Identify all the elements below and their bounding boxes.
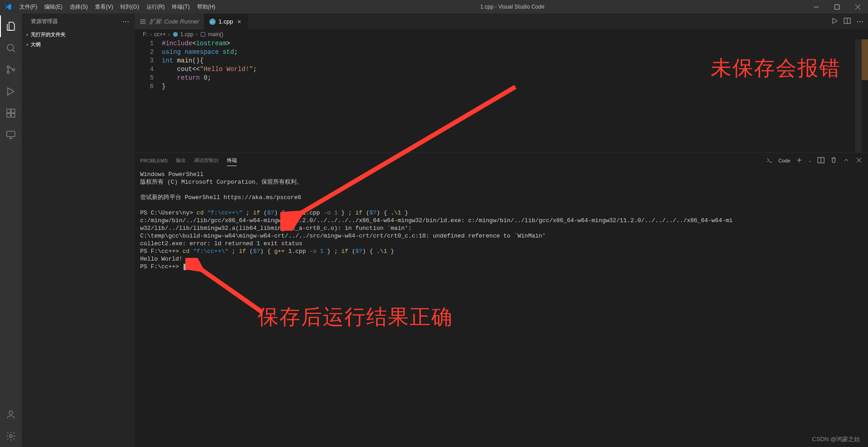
settings-activity-icon[interactable] xyxy=(0,425,22,447)
sidebar-more-icon[interactable]: ⋯ xyxy=(122,17,130,26)
svg-point-2 xyxy=(7,44,14,51)
chevron-right-icon: › xyxy=(24,32,31,37)
list-icon xyxy=(139,18,146,25)
close-button[interactable] xyxy=(847,0,868,14)
svg-rect-8 xyxy=(7,114,10,117)
svg-point-3 xyxy=(7,66,9,68)
menu-item[interactable]: 文件(F) xyxy=(16,0,41,14)
terminal-profile-label: Code xyxy=(778,158,790,163)
editor-group: 扩展: Code Runner C+ 1.cpp × ⋯ F: › cc++ › xyxy=(135,14,868,447)
terminal[interactable]: Windows PowerShell版权所有 (C) Microsoft Cor… xyxy=(135,168,868,447)
vscode-logo-icon xyxy=(0,3,16,10)
svg-rect-11 xyxy=(7,131,15,137)
svg-rect-9 xyxy=(11,114,15,117)
menu-item[interactable]: 帮助(H) xyxy=(193,0,219,14)
close-tab-icon[interactable]: × xyxy=(236,18,243,25)
kill-terminal-icon[interactable] xyxy=(830,157,837,165)
chevron-right-icon: › xyxy=(24,42,31,47)
terminal-profile-icon[interactable] xyxy=(766,157,773,165)
svg-point-4 xyxy=(7,71,9,74)
title-bar: 文件(F)编辑(E)选择(S)查看(V)转到(G)运行(R)终端(T)帮助(H)… xyxy=(0,0,868,14)
maximize-button[interactable] xyxy=(826,0,847,14)
tab-label: 1.cpp xyxy=(219,18,233,25)
overview-ruler xyxy=(862,39,868,152)
line-numbers: 123456 xyxy=(135,39,162,152)
menu-item[interactable]: 查看(V) xyxy=(91,0,117,14)
menu-item[interactable]: 编辑(E) xyxy=(41,0,66,14)
svg-rect-10 xyxy=(11,109,15,113)
panel-tab-output[interactable]: 输出 xyxy=(176,155,186,166)
close-panel-icon[interactable] xyxy=(855,157,863,165)
panel-actions: Code ⌄ xyxy=(766,157,863,165)
crumb-file[interactable]: 1.cpp xyxy=(172,31,193,38)
scm-activity-icon[interactable] xyxy=(0,59,22,81)
svg-rect-18 xyxy=(201,33,205,37)
panel-tabs: PROBLEMS 输出 调试控制台 终端 Code ⌄ xyxy=(135,153,868,168)
crumb-drive[interactable]: F: xyxy=(143,31,148,38)
minimize-button[interactable] xyxy=(806,0,826,14)
sidebar-header: 资源管理器 ⋯ xyxy=(22,14,135,29)
tab-current-file[interactable]: C+ 1.cpp × xyxy=(204,14,248,29)
svg-rect-0 xyxy=(814,7,819,7)
svg-rect-7 xyxy=(7,109,10,113)
explorer-activity-icon[interactable] xyxy=(0,15,22,37)
editor[interactable]: 123456 #include<iostream>using namespace… xyxy=(135,39,868,152)
sidebar-explorer: 资源管理器 ⋯ › 无打开的文件夹 › 大纲 xyxy=(22,14,135,447)
sidebar-title: 资源管理器 xyxy=(31,18,58,25)
crumb-folder[interactable]: cc++ xyxy=(154,31,166,38)
run-code-icon[interactable] xyxy=(831,17,838,26)
svg-point-17 xyxy=(173,32,178,37)
tab-label: 扩展: Code Runner xyxy=(149,18,199,26)
minimap[interactable] xyxy=(855,39,862,152)
svg-point-12 xyxy=(9,411,13,414)
panel-tab-terminal[interactable]: 终端 xyxy=(227,155,237,166)
sidebar-section-nofolder[interactable]: › 无打开的文件夹 xyxy=(22,29,135,39)
window-controls xyxy=(806,0,868,14)
window-title: 1.cpp - Visual Studio Code xyxy=(219,4,806,10)
cpp-file-icon: C+ xyxy=(209,18,216,25)
svg-text:C+: C+ xyxy=(210,20,214,24)
breadcrumb[interactable]: F: › cc++ › 1.cpp › main() xyxy=(135,29,868,39)
svg-point-13 xyxy=(9,435,12,437)
terminal-dropdown-icon[interactable]: ⌄ xyxy=(808,158,812,163)
menu-item[interactable]: 选择(S) xyxy=(66,0,91,14)
run-activity-icon[interactable] xyxy=(0,81,22,102)
more-actions-icon[interactable]: ⋯ xyxy=(856,17,864,26)
editor-actions: ⋯ xyxy=(831,14,868,29)
menu-item[interactable]: 转到(G) xyxy=(117,0,142,14)
panel: PROBLEMS 输出 调试控制台 终端 Code ⌄ Windows Powe… xyxy=(135,152,868,447)
editor-tabs: 扩展: Code Runner C+ 1.cpp × ⋯ xyxy=(135,14,868,29)
sidebar-section-label: 无打开的文件夹 xyxy=(31,31,66,38)
maximize-panel-icon[interactable] xyxy=(843,157,850,165)
remote-activity-icon[interactable] xyxy=(0,124,22,146)
menu-item[interactable]: 运行(R) xyxy=(143,0,169,14)
search-activity-icon[interactable] xyxy=(0,37,22,59)
activity-bar xyxy=(0,14,22,447)
tab-code-runner[interactable]: 扩展: Code Runner xyxy=(135,14,204,29)
extensions-activity-icon[interactable] xyxy=(0,102,22,124)
workbench: 资源管理器 ⋯ › 无打开的文件夹 › 大纲 扩展: Code Runner C… xyxy=(0,14,868,447)
menu-bar: 文件(F)编辑(E)选择(S)查看(V)转到(G)运行(R)终端(T)帮助(H) xyxy=(16,0,219,14)
new-terminal-icon[interactable] xyxy=(796,157,803,165)
code-area[interactable]: #include<iostream>using namespace std;in… xyxy=(162,39,855,152)
panel-tab-problems[interactable]: PROBLEMS xyxy=(140,156,168,165)
terminal-cursor xyxy=(184,264,187,270)
panel-tab-debug[interactable]: 调试控制台 xyxy=(194,155,219,166)
crumb-symbol[interactable]: main() xyxy=(200,31,223,38)
svg-point-5 xyxy=(13,69,15,71)
watermark: CSDN @鸿蒙之始 xyxy=(812,435,860,443)
split-terminal-icon[interactable] xyxy=(817,157,825,165)
svg-point-6 xyxy=(7,94,9,95)
split-editor-icon[interactable] xyxy=(844,17,851,26)
account-activity-icon[interactable] xyxy=(0,404,22,425)
sidebar-section-outline[interactable]: › 大纲 xyxy=(22,39,135,49)
sidebar-section-label: 大纲 xyxy=(31,41,41,48)
svg-rect-1 xyxy=(835,5,839,9)
menu-item[interactable]: 终端(T) xyxy=(168,0,193,14)
